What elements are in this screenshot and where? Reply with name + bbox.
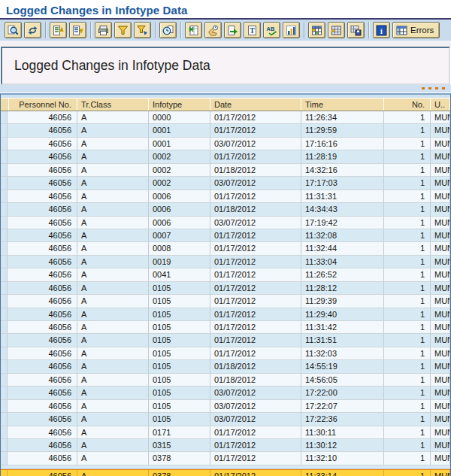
cell[interactable]: 01/17/2012 xyxy=(210,334,301,347)
cell[interactable]: 1 xyxy=(384,217,431,229)
cell[interactable]: MUN xyxy=(431,138,450,150)
change-layout-button[interactable] xyxy=(328,22,345,38)
table-row[interactable]: 46056A010503/07/201217:22:071MUN xyxy=(1,400,450,413)
cell[interactable]: 0105 xyxy=(149,374,210,387)
cell[interactable]: 0105 xyxy=(149,413,210,426)
cell[interactable]: A xyxy=(77,150,149,163)
table-row[interactable]: 46056A010501/17/201211:31:421MUN xyxy=(1,321,450,334)
table-row[interactable]: 46056A010501/17/201211:28:121MUN xyxy=(1,282,450,295)
cell[interactable]: 1 xyxy=(384,308,431,321)
graphics-button[interactable] xyxy=(283,22,300,38)
cell[interactable]: 46056 xyxy=(8,308,77,321)
table-row[interactable]: 46056A010501/17/201211:32:031MUN xyxy=(1,347,450,360)
table-row[interactable]: 46056A000601/18/201214:34:431MUN xyxy=(1,203,450,216)
sort-ascending-button[interactable] xyxy=(50,22,67,38)
cell[interactable]: MUN xyxy=(431,268,450,281)
cell[interactable]: 1 xyxy=(384,229,431,242)
cell[interactable]: A xyxy=(77,470,149,476)
cell[interactable]: 0378 xyxy=(149,470,210,476)
cell[interactable]: 1 xyxy=(384,374,431,387)
cell[interactable]: 14:55:19 xyxy=(301,360,384,373)
cell[interactable]: A xyxy=(77,347,149,360)
row-select-cell[interactable] xyxy=(1,413,8,426)
cell[interactable]: 46056 xyxy=(8,347,77,360)
cell[interactable]: 0006 xyxy=(149,203,210,216)
cell[interactable]: 03/07/2012 xyxy=(210,413,301,426)
cell[interactable]: 1 xyxy=(384,190,431,203)
table-row[interactable]: 46056A001901/17/201211:33:041MUN xyxy=(1,256,450,268)
cell[interactable]: 0105 xyxy=(149,387,210,399)
row-select-cell[interactable] xyxy=(1,190,8,203)
cell[interactable]: 1 xyxy=(384,439,431,452)
table-row[interactable]: 46056A000801/17/201211:32:441MUN xyxy=(1,242,450,255)
cell[interactable]: A xyxy=(77,295,149,308)
table-row[interactable]: 46056A031501/17/201211:30:121MUN xyxy=(1,439,450,452)
table-row[interactable]: 46056A010503/07/201217:22:361MUN xyxy=(1,413,450,426)
cell[interactable]: 46056 xyxy=(8,400,77,413)
table-row[interactable]: 46056A000001/17/201211:26:341MUN xyxy=(1,111,450,124)
cell[interactable]: 01/18/2012 xyxy=(210,360,301,373)
cell[interactable]: 46056 xyxy=(8,426,77,439)
choose-layout-button[interactable] xyxy=(308,22,325,38)
table-row[interactable]: 46056A017101/17/201211:30:111MUN xyxy=(1,426,450,439)
cell[interactable]: 1 xyxy=(384,177,431,189)
cell[interactable]: 17:17:03 xyxy=(301,177,384,189)
cell[interactable]: A xyxy=(77,268,149,281)
cell[interactable]: A xyxy=(77,124,149,137)
cell[interactable]: 46056 xyxy=(8,268,77,281)
cell[interactable]: 01/17/2012 xyxy=(210,347,301,360)
cell[interactable]: A xyxy=(77,282,149,295)
cell[interactable]: 1 xyxy=(384,256,431,268)
cell[interactable]: 17:22:07 xyxy=(301,400,384,413)
cell[interactable]: A xyxy=(77,321,149,334)
cell[interactable]: 0001 xyxy=(149,124,210,137)
cell[interactable]: MUN xyxy=(431,229,450,242)
cell[interactable]: A xyxy=(77,111,149,124)
cell[interactable]: A xyxy=(77,308,149,321)
cell[interactable]: 0105 xyxy=(149,282,210,295)
cell[interactable]: MUN xyxy=(431,387,450,399)
cell[interactable]: 11:31:51 xyxy=(301,334,384,347)
cell[interactable]: MUN xyxy=(431,150,450,163)
cell[interactable]: 1 xyxy=(384,138,431,150)
cell[interactable]: 14:34:43 xyxy=(301,203,384,216)
cell[interactable]: 17:22:36 xyxy=(301,413,384,426)
cell[interactable]: MUN xyxy=(431,374,450,387)
cell[interactable]: 0007 xyxy=(149,229,210,242)
cell[interactable]: MUN xyxy=(431,217,450,229)
row-select-cell[interactable] xyxy=(1,374,8,387)
row-select-cell[interactable] xyxy=(1,138,8,150)
cell[interactable]: 0006 xyxy=(149,217,210,229)
cell[interactable]: 01/17/2012 xyxy=(210,282,301,295)
cell[interactable]: 01/17/2012 xyxy=(210,321,301,334)
table-row[interactable]: 46056A000201/18/201214:32:161MUN xyxy=(1,164,450,177)
cell[interactable]: MUN xyxy=(431,282,450,295)
cell[interactable]: 01/17/2012 xyxy=(210,111,301,124)
cell[interactable]: 11:32:08 xyxy=(301,229,384,242)
export-local-file-button[interactable] xyxy=(224,22,241,38)
cell[interactable]: MUN xyxy=(431,111,450,124)
row-select-cell[interactable] xyxy=(1,256,8,268)
table-row[interactable]: 46056A010503/07/201217:22:001MUN xyxy=(1,387,450,399)
cell[interactable]: 46056 xyxy=(8,387,77,399)
row-select-cell[interactable] xyxy=(1,347,8,360)
cell[interactable]: MUN xyxy=(431,360,450,373)
table-row[interactable]: 46056A000601/17/201211:31:311MUN xyxy=(1,190,450,203)
table-row-selected[interactable]: 46056A037801/17/201211:33:141MUN xyxy=(1,469,450,476)
cell[interactable]: 11:32:44 xyxy=(301,242,384,255)
table-row[interactable]: 46056A000101/17/201211:29:591MUN xyxy=(1,124,450,137)
cell[interactable]: A xyxy=(77,177,149,189)
cell[interactable]: 46056 xyxy=(8,321,77,334)
cell[interactable]: 0006 xyxy=(149,190,210,203)
row-select-cell[interactable] xyxy=(1,150,8,163)
info-button[interactable]: i xyxy=(373,22,390,38)
cell[interactable]: 1 xyxy=(384,124,431,137)
cell[interactable]: 0105 xyxy=(149,308,210,321)
cell[interactable]: 0105 xyxy=(149,295,210,308)
cell[interactable]: 1 xyxy=(384,400,431,413)
cell[interactable]: MUN xyxy=(431,242,450,255)
cell[interactable]: 1 xyxy=(384,268,431,281)
set-filter-button[interactable] xyxy=(114,22,132,38)
cell[interactable]: 01/18/2012 xyxy=(210,164,301,177)
row-select-cell[interactable] xyxy=(1,164,8,177)
